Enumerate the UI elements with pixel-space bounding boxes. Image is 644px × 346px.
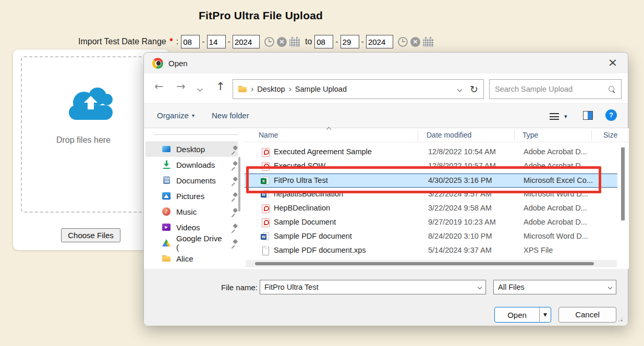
horizontal-scrollbar[interactable]	[246, 260, 617, 267]
breadcrumb[interactable]: › Desktop › Sample Upload ↻	[233, 79, 484, 99]
file-name: HepBDeclination	[274, 204, 330, 212]
file-name: Sample PDF document.xps	[274, 246, 366, 254]
forward-icon[interactable]: →	[176, 80, 186, 93]
sidebar-item-documents[interactable]: Documents	[145, 172, 238, 188]
clear-date-icon[interactable]	[410, 37, 420, 47]
horizontal-scrollbar-thumb[interactable]	[255, 262, 594, 265]
page-title: FitPro Ultra File Upload	[0, 9, 521, 22]
file-row-hepbdeclination[interactable]: HepBDeclination3/22/2024 9:58 AMAdobe Ac…	[245, 202, 617, 216]
clock-icon[interactable]	[398, 37, 408, 47]
end-day-input[interactable]	[341, 35, 359, 48]
music-icon	[162, 207, 171, 216]
annotation-highlight-box	[246, 166, 601, 193]
sidebar-item-videos[interactable]: Videos	[145, 219, 238, 235]
start-month-input[interactable]	[181, 35, 200, 48]
file-list: Name Date modified Type Size Executed Ag…	[245, 128, 629, 269]
date-dash: -	[202, 37, 204, 46]
xps-file-icon	[261, 246, 270, 255]
search-box[interactable]	[489, 79, 622, 99]
file-row-sample-pdf-document-xps[interactable]: Sample PDF document.xps5/14/2024 9:37 AM…	[245, 244, 617, 258]
file-date-modified: 9/27/2019 10:23 AM	[428, 218, 496, 226]
start-year-input[interactable]	[233, 35, 260, 48]
column-header-type[interactable]: Type	[523, 131, 538, 139]
open-split-caret-icon[interactable]: ▼	[539, 307, 551, 322]
sidebar-item-label: Google Drive (	[176, 234, 225, 252]
file-name-combo[interactable]	[260, 280, 486, 294]
videos-icon	[162, 223, 171, 231]
dialog-titlebar[interactable]: Open ×	[144, 53, 628, 73]
sidebar-item-alice[interactable]: Alice	[145, 251, 238, 266]
new-folder-button[interactable]: New folder	[212, 111, 249, 120]
search-icon	[608, 85, 616, 93]
file-name-chevron-icon[interactable]	[478, 285, 482, 289]
file-name-input[interactable]	[264, 283, 478, 291]
column-header-name[interactable]: Name	[259, 131, 278, 139]
gdrive-icon	[162, 239, 171, 247]
cancel-button[interactable]: Cancel	[558, 307, 616, 323]
sidebar-item-pictures[interactable]: Pictures	[145, 188, 238, 204]
sidebar-item-downloads[interactable]: Downloads	[145, 157, 238, 172]
pin-icon	[230, 224, 238, 231]
choose-files-button[interactable]: Choose Files	[61, 228, 120, 242]
recent-locations-chevron-icon[interactable]	[198, 86, 203, 92]
preview-pane-icon[interactable]	[583, 111, 593, 120]
file-type-select[interactable]: All Files	[493, 280, 616, 294]
pin-icon	[230, 208, 238, 215]
end-year-input[interactable]	[366, 35, 393, 48]
file-type: XPS File	[524, 246, 553, 254]
documents-icon	[162, 176, 171, 184]
column-divider[interactable]	[418, 130, 418, 141]
view-mode-icon[interactable]	[550, 113, 559, 120]
pin-icon	[230, 192, 238, 200]
open-button-label: Open	[495, 311, 539, 319]
breadcrumb-separator: ›	[251, 84, 253, 94]
column-header-date-modified[interactable]: Date modified	[427, 131, 471, 139]
breadcrumb-item-desktop[interactable]: Desktop	[257, 85, 285, 93]
file-row-executed-agreement-sample[interactable]: Executed Agreement Sample12/8/2022 10:54…	[245, 145, 617, 159]
chrome-app-icon	[152, 58, 163, 69]
up-icon[interactable]: ↑	[216, 80, 225, 93]
view-mode-caret-icon[interactable]: ▾	[564, 113, 567, 120]
close-icon[interactable]: ×	[605, 55, 621, 71]
clear-date-icon[interactable]	[277, 37, 287, 47]
calendar-icon[interactable]	[423, 37, 434, 47]
file-date-modified: 3/22/2024 9:58 AM	[428, 204, 492, 212]
date-range-colon: :	[176, 37, 178, 46]
sidebar-scrollbar[interactable]	[238, 157, 240, 212]
word-file-icon	[261, 232, 270, 241]
organize-menu[interactable]: Organize ▾	[157, 111, 195, 120]
sidebar-list: DesktopDownloadsDocumentsPicturesMusicVi…	[144, 141, 245, 266]
column-divider[interactable]	[591, 130, 592, 141]
address-dropdown-chevron-icon[interactable]	[457, 86, 463, 92]
file-date-modified: 8/24/2020 3:10 PM	[428, 232, 492, 240]
sidebar-item-desktop[interactable]: Desktop	[145, 141, 238, 157]
sidebar-item-google-drive[interactable]: Google Drive (	[145, 235, 238, 251]
file-type-chevron-icon	[608, 285, 612, 289]
back-icon[interactable]: ←	[154, 80, 164, 93]
column-header-size[interactable]: Size	[603, 131, 617, 139]
pictures-icon	[162, 192, 171, 200]
column-divider[interactable]	[514, 130, 515, 141]
start-day-input[interactable]	[207, 35, 226, 48]
breadcrumb-item-sample-upload[interactable]: Sample Upload	[295, 85, 347, 93]
dialog-navrow: ← → ↑ › Desktop › Sample Upload ↻	[144, 73, 628, 103]
file-row-sample-document[interactable]: Sample Document9/27/2019 10:23 AMAdobe A…	[245, 216, 617, 230]
open-button[interactable]: Open ▼	[494, 307, 551, 323]
sidebar-item-label: Music	[176, 207, 197, 216]
resize-grip[interactable]	[617, 316, 624, 323]
file-type: Adobe Acrobat D...	[524, 204, 587, 212]
sidebar-item-label: Documents	[176, 176, 216, 185]
search-input[interactable]	[495, 85, 608, 93]
refresh-icon[interactable]: ↻	[470, 83, 478, 95]
clock-icon[interactable]	[264, 37, 274, 47]
file-dropzone[interactable]: Drop files here	[21, 56, 161, 213]
file-row-sample-pdf-document[interactable]: Sample PDF document8/24/2020 3:10 PMMicr…	[245, 230, 617, 244]
sidebar-item-music[interactable]: Music	[145, 204, 238, 219]
calendar-icon[interactable]	[289, 37, 300, 47]
help-icon[interactable]: ?	[605, 109, 617, 121]
date-dash: -	[335, 37, 338, 46]
end-month-input[interactable]	[314, 35, 333, 48]
date-range-label-text: Import Test Date Range	[78, 37, 166, 46]
vertical-scrollbar[interactable]	[621, 147, 625, 220]
pin-icon	[230, 177, 238, 184]
